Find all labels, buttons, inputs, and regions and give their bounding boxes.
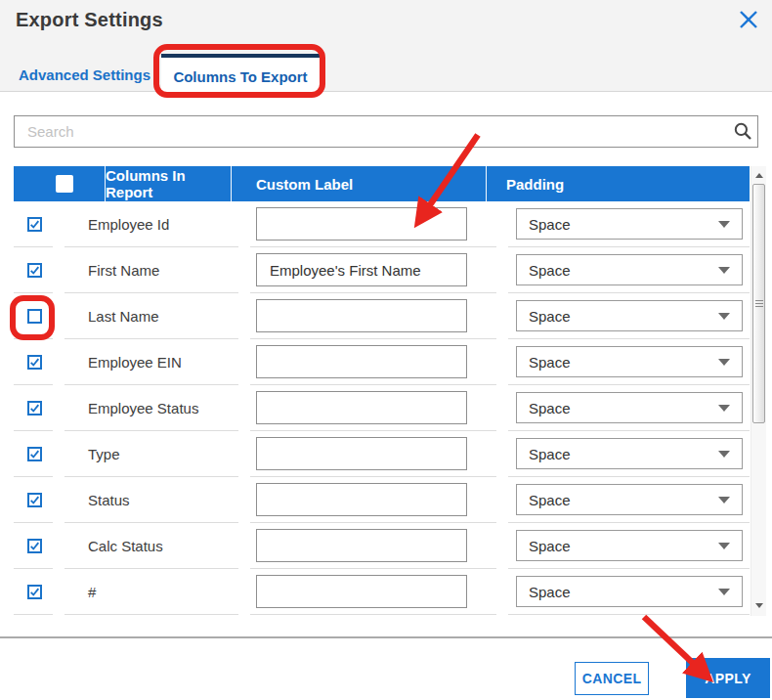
scroll-down-button[interactable] <box>751 598 767 612</box>
padding-dropdown[interactable]: Space <box>516 254 743 285</box>
scrollbar-thumb[interactable] <box>752 184 765 423</box>
column-name: Employee Id <box>88 216 169 233</box>
header-custom-label: Custom Label <box>232 166 487 201</box>
row-checkbox[interactable] <box>27 585 42 599</box>
row-checkbox[interactable] <box>27 539 42 553</box>
table-row: Last Name Space <box>14 293 750 339</box>
chevron-down-icon <box>718 221 730 228</box>
row-checkbox[interactable] <box>27 309 42 324</box>
padding-dropdown[interactable]: Space <box>516 576 743 607</box>
table-row: # Space <box>14 569 750 615</box>
padding-dropdown[interactable]: Space <box>516 438 743 469</box>
custom-label-input[interactable] <box>256 437 467 470</box>
padding-dropdown-value: Space <box>529 308 718 325</box>
table-row: Employee Status Space <box>14 385 750 431</box>
row-checkbox[interactable] <box>27 401 42 416</box>
apply-button[interactable]: APPLY <box>686 658 770 698</box>
padding-dropdown-value: Space <box>529 446 718 462</box>
chevron-down-icon <box>718 267 730 274</box>
padding-dropdown[interactable]: Space <box>516 346 743 377</box>
custom-label-input[interactable] <box>256 207 467 241</box>
row-checkbox[interactable] <box>27 355 42 370</box>
header-columns-in-report: Columns In Report <box>106 166 232 201</box>
table-header: Columns In Report Custom Label Padding <box>14 166 750 201</box>
custom-label-input[interactable] <box>256 529 467 562</box>
table-row: Type Space <box>14 431 750 477</box>
padding-dropdown[interactable]: Space <box>516 300 743 331</box>
search-box <box>14 115 758 148</box>
custom-label-input[interactable] <box>256 391 467 424</box>
column-name: Status <box>88 492 130 508</box>
custom-label-input[interactable] <box>256 483 467 516</box>
cancel-button[interactable]: CANCEL <box>575 662 649 695</box>
column-name: First Name <box>88 262 159 279</box>
padding-dropdown-value: Space <box>529 584 718 600</box>
column-name: Employee Status <box>88 400 198 416</box>
search-icon[interactable] <box>728 122 757 141</box>
padding-dropdown-value: Space <box>529 262 718 279</box>
close-icon[interactable] <box>738 9 759 30</box>
custom-label-input[interactable] <box>256 575 467 608</box>
table-body: Employee Id Space Firs <box>14 201 750 615</box>
padding-dropdown-value: Space <box>529 216 718 233</box>
chevron-down-icon <box>718 405 730 412</box>
padding-dropdown-value: Space <box>529 400 718 416</box>
custom-label-input[interactable] <box>256 253 467 286</box>
row-checkbox[interactable] <box>27 217 42 232</box>
tab-advanced-settings[interactable]: Advanced Settings <box>14 54 155 95</box>
table-row: Status Space <box>14 477 750 523</box>
tab-columns-to-export[interactable]: Columns To Export <box>161 54 320 96</box>
padding-dropdown-value: Space <box>529 538 718 554</box>
dialog-title: Export Settings <box>16 9 163 31</box>
custom-label-input[interactable] <box>256 299 467 332</box>
row-checkbox[interactable] <box>27 263 42 278</box>
padding-dropdown[interactable]: Space <box>516 530 743 561</box>
row-checkbox[interactable] <box>27 493 42 507</box>
chevron-down-icon <box>718 451 730 458</box>
table-row: Calc Status Space <box>14 523 750 569</box>
export-settings-dialog: Export Settings Advanced Settings Column… <box>0 0 772 700</box>
padding-dropdown[interactable]: Space <box>516 484 743 515</box>
table-row: Employee Id Space <box>14 201 750 247</box>
chevron-down-icon <box>718 543 730 549</box>
header-padding: Padding <box>487 166 750 201</box>
column-name: Type <box>88 446 120 462</box>
table-row: First Name Space <box>14 247 750 293</box>
padding-dropdown[interactable]: Space <box>516 392 743 423</box>
table-row: Employee EIN Space <box>14 339 750 385</box>
vertical-scrollbar <box>751 166 766 616</box>
custom-label-input[interactable] <box>256 345 467 378</box>
column-name: Calc Status <box>88 538 163 554</box>
padding-dropdown-value: Space <box>529 492 718 508</box>
search-input[interactable] <box>15 116 728 147</box>
padding-dropdown[interactable]: Space <box>516 208 743 240</box>
chevron-down-icon <box>718 313 730 320</box>
chevron-down-icon <box>718 359 730 366</box>
triangle-down-icon <box>755 603 763 608</box>
triangle-up-icon <box>755 173 763 178</box>
chevron-down-icon <box>718 589 730 595</box>
column-name: Employee EIN <box>88 354 182 371</box>
scroll-up-button[interactable] <box>751 168 767 182</box>
scrollbar-grip-icon <box>755 300 763 309</box>
column-name: Last Name <box>88 308 159 325</box>
select-all-checkbox[interactable] <box>56 175 73 193</box>
chevron-down-icon <box>718 497 730 503</box>
column-name: # <box>88 584 96 600</box>
row-checkbox[interactable] <box>27 447 42 461</box>
footer-divider <box>0 636 772 638</box>
padding-dropdown-value: Space <box>529 354 718 371</box>
